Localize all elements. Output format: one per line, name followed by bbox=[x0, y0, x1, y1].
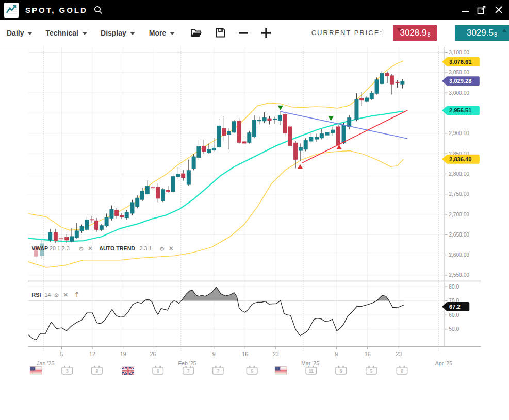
price-down-arrow-icon bbox=[397, 28, 401, 32]
auto-trend-indicator-remove-icon[interactable]: × bbox=[169, 244, 173, 253]
day-tick-label: 16 bbox=[365, 351, 371, 357]
current-price-label: CURRENT PRICE: bbox=[311, 29, 383, 37]
rsi-value-badge: 67.2 bbox=[442, 302, 469, 311]
candle bbox=[247, 131, 251, 143]
application-window: { "titlebar": { "title": "SPOT, GOLD" },… bbox=[0, 0, 509, 420]
calendar-event-icon[interactable]: 7 bbox=[213, 366, 223, 374]
vwap-indicator-settings-gear-icon[interactable]: ⚙ bbox=[78, 245, 84, 253]
ask-price-value: 3029.5 bbox=[467, 28, 494, 38]
candle bbox=[365, 96, 369, 102]
menu-technical[interactable]: Technical bbox=[45, 29, 87, 37]
rsi-settings-gear-icon[interactable]: ⚙ bbox=[54, 292, 59, 299]
sell-signal-triangle-icon bbox=[277, 106, 283, 110]
candle bbox=[304, 138, 308, 151]
svg-text:67.2: 67.2 bbox=[449, 304, 461, 310]
price-tick-label: 2,650.00 bbox=[449, 232, 469, 238]
menu-timeframe[interactable]: Daily bbox=[7, 29, 32, 37]
ask-price-badge[interactable]: 3029.58 bbox=[455, 25, 509, 41]
zoom-out-button[interactable] bbox=[238, 28, 249, 38]
app-logo-icon bbox=[4, 3, 19, 18]
calendar-event-icon[interactable]: 5 bbox=[366, 366, 376, 374]
candle bbox=[105, 213, 109, 227]
month-label: Mar '25 bbox=[301, 360, 319, 366]
calendar-event-icon[interactable]: 11 bbox=[306, 366, 316, 374]
menu-display-label: Display bbox=[101, 29, 126, 37]
candle bbox=[151, 183, 155, 191]
candle bbox=[375, 77, 379, 94]
vwap-line bbox=[28, 111, 403, 242]
candle bbox=[232, 120, 236, 133]
candle bbox=[166, 186, 170, 193]
candle bbox=[242, 138, 246, 145]
ask-price-sub-digit: 8 bbox=[494, 31, 497, 38]
candle bbox=[342, 123, 346, 144]
day-tick-label: 12 bbox=[89, 351, 95, 357]
candle bbox=[299, 143, 303, 161]
candle bbox=[227, 128, 231, 149]
overlay-lines bbox=[28, 61, 403, 267]
open-chart-button[interactable] bbox=[190, 28, 203, 38]
bid-price-badge[interactable]: 3028.98 bbox=[393, 25, 437, 41]
candle bbox=[48, 229, 52, 242]
calendar-event-icon[interactable]: 3 bbox=[62, 366, 72, 374]
candle bbox=[156, 183, 160, 202]
candle bbox=[273, 117, 277, 124]
auto-trend-indicator-settings-gear-icon[interactable]: ⚙ bbox=[159, 245, 165, 253]
zoom-in-button[interactable] bbox=[261, 28, 271, 38]
menu-more[interactable]: More bbox=[149, 29, 175, 37]
calendar-day-number: 8 bbox=[401, 368, 403, 374]
candle bbox=[390, 74, 394, 94]
save-chart-button[interactable] bbox=[215, 27, 226, 38]
us-flag-icon[interactable] bbox=[275, 367, 287, 375]
calendar-event-icon[interactable]: 8 bbox=[397, 366, 407, 374]
window-controls bbox=[462, 5, 503, 15]
price-up-arrow-icon bbox=[502, 28, 506, 32]
day-tick-label: 9 bbox=[335, 351, 338, 357]
candle bbox=[202, 140, 206, 154]
us-flag-icon[interactable] bbox=[30, 367, 42, 375]
calendar-event-icon[interactable]: 9 bbox=[92, 366, 102, 374]
buy-signal-triangle-icon bbox=[298, 164, 303, 169]
vwap-indicator-remove-icon[interactable]: × bbox=[88, 244, 92, 253]
candle bbox=[257, 117, 261, 125]
minus-icon bbox=[238, 28, 249, 38]
auto-trend-indicator-label: AUTO TREND bbox=[99, 245, 135, 251]
calendar-event-icon[interactable]: 7 bbox=[183, 366, 193, 374]
bollinger-upper-band-line bbox=[28, 61, 403, 230]
calendar-day-number: 5 bbox=[370, 368, 373, 374]
calendar-event-icon[interactable]: 5 bbox=[247, 366, 257, 374]
candle bbox=[145, 180, 150, 195]
upper-band-badge: 3,076.61 bbox=[442, 57, 480, 66]
close-button[interactable] bbox=[495, 6, 503, 14]
candle bbox=[320, 129, 324, 139]
sell-signal-triangle-icon bbox=[328, 116, 334, 121]
price-tick-label: 2,600.00 bbox=[449, 252, 469, 258]
chart-canvas[interactable]: VWAP20 1 2 3⚙×AUTO TREND3 3 1⚙×RSI14⚙×↑3… bbox=[0, 46, 509, 420]
candle bbox=[100, 224, 104, 231]
chevron-down-icon bbox=[27, 32, 32, 35]
popout-button[interactable] bbox=[477, 5, 487, 15]
chart-logo-icon bbox=[5, 3, 18, 17]
rsi-move-up-icon[interactable]: ↑ bbox=[74, 291, 80, 299]
candle bbox=[192, 154, 196, 170]
day-tick-label: 26 bbox=[150, 351, 156, 357]
rsi-remove-icon[interactable]: × bbox=[63, 291, 68, 299]
calendar-day-number: 9 bbox=[96, 368, 98, 374]
candle bbox=[252, 115, 256, 138]
calendar-day-number: 7 bbox=[187, 368, 190, 374]
search-icon[interactable] bbox=[93, 5, 104, 15]
candle bbox=[196, 140, 201, 160]
calendar-event-icon[interactable]: 6 bbox=[153, 366, 163, 374]
day-tick-label: 9 bbox=[212, 351, 216, 357]
calendar-event-icon[interactable]: 8 bbox=[336, 366, 346, 374]
minimize-button[interactable] bbox=[462, 5, 469, 14]
menu-display[interactable]: Display bbox=[101, 29, 135, 37]
uk-flag-icon[interactable] bbox=[122, 367, 134, 375]
day-tick-label: 16 bbox=[242, 351, 248, 357]
bid-price-sub-digit: 8 bbox=[427, 31, 430, 38]
day-tick-label: 5 bbox=[60, 351, 63, 357]
rsi-tick-label: 80.0 bbox=[449, 284, 459, 290]
price-tick-label: 2,800.00 bbox=[449, 171, 469, 177]
menu-technical-label: Technical bbox=[45, 29, 78, 37]
price-tick-label: 2,750.00 bbox=[449, 191, 469, 197]
